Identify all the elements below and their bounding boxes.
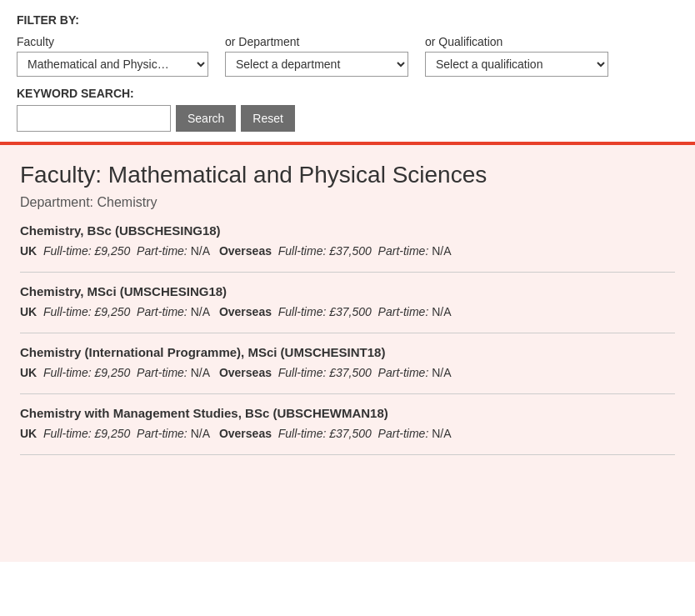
course-item: Chemistry (International Programme), MSc… — [20, 345, 675, 394]
course-item: Chemistry, MSci (UMSCHESING18) UK Full-t… — [20, 284, 675, 333]
qualification-label: or Qualification — [425, 35, 608, 48]
course-name: Chemistry (International Programme), MSc… — [20, 345, 675, 359]
keyword-input[interactable] — [17, 105, 171, 132]
course-name: Chemistry, BSc (UBSCHESING18) — [20, 223, 675, 238]
department-label: or Department — [225, 35, 408, 48]
course-fees: UK Full-time: £9,250 Part-time: N/A Over… — [20, 243, 675, 260]
department-filter-group: or Department Select a department Chemis… — [225, 35, 408, 77]
results-section: Faculty: Mathematical and Physical Scien… — [0, 145, 695, 562]
department-subtitle: Department: Chemistry — [20, 195, 675, 210]
reset-button[interactable]: Reset — [241, 105, 295, 132]
faculty-label: Faculty — [17, 35, 208, 48]
course-fees: UK Full-time: £9,250 Part-time: N/A Over… — [20, 425, 675, 443]
uk-label: UK — [20, 366, 37, 379]
search-button[interactable]: Search — [176, 105, 236, 132]
course-name: Chemistry with Management Studies, BSc (… — [20, 406, 675, 420]
uk-label: UK — [20, 305, 37, 318]
overseas-label: Overseas — [219, 244, 272, 258]
faculty-title: Faculty: Mathematical and Physical Scien… — [20, 162, 675, 188]
keyword-section: KEYWORD SEARCH: Search Reset — [17, 87, 678, 132]
uk-label: UK — [20, 427, 37, 440]
course-name: Chemistry, MSci (UMSCHESING18) — [20, 284, 675, 298]
keyword-row: Search Reset — [17, 105, 678, 132]
courses-container: Chemistry, BSc (UBSCHESING18) UK Full-ti… — [20, 223, 675, 455]
overseas-label: Overseas — [219, 427, 272, 440]
uk-label: UK — [20, 244, 37, 258]
overseas-label: Overseas — [219, 366, 272, 379]
course-fees: UK Full-time: £9,250 Part-time: N/A Over… — [20, 303, 675, 321]
filter-by-label: FILTER BY: — [17, 13, 678, 27]
department-select[interactable]: Select a department Chemistry Mathematic… — [225, 52, 408, 77]
course-item: Chemistry, BSc (UBSCHESING18) UK Full-ti… — [20, 223, 675, 273]
filter-row: Faculty Mathematical and Physic… All Fac… — [17, 35, 678, 77]
qualification-filter-group: or Qualification Select a qualification … — [425, 35, 608, 77]
qualification-select[interactable]: Select a qualification BSc MSci MPhys MM… — [425, 52, 608, 77]
course-item: Chemistry with Management Studies, BSc (… — [20, 406, 675, 455]
faculty-filter-group: Faculty Mathematical and Physic… All Fac… — [17, 35, 208, 77]
keyword-label: KEYWORD SEARCH: — [17, 87, 678, 100]
faculty-select[interactable]: Mathematical and Physic… All Faculties A… — [17, 52, 208, 77]
filter-section: FILTER BY: Faculty Mathematical and Phys… — [0, 0, 695, 142]
overseas-label: Overseas — [219, 305, 272, 318]
course-fees: UK Full-time: £9,250 Part-time: N/A Over… — [20, 364, 675, 382]
